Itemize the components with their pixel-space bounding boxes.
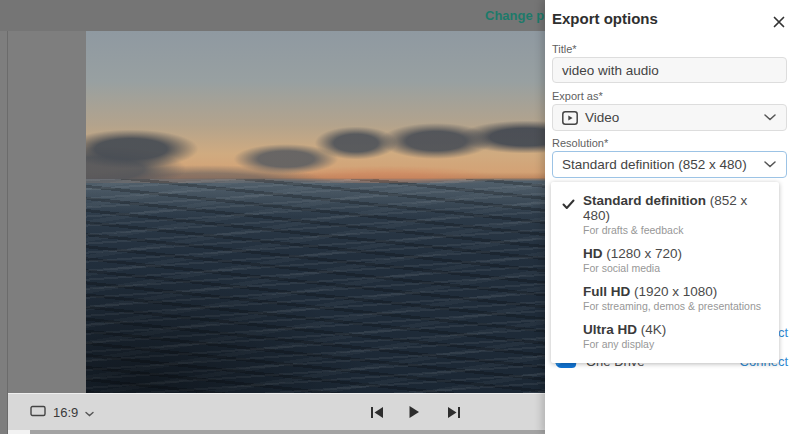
option-description: For any display — [583, 338, 771, 350]
video-ocean — [86, 179, 545, 393]
resolution-select[interactable]: Standard definition (852 x 480) — [552, 151, 787, 178]
panel-title: Export options — [552, 10, 658, 27]
timeline-strip — [8, 430, 545, 434]
aspect-ratio-icon — [30, 403, 46, 421]
skip-to-start-button[interactable] — [370, 394, 384, 430]
timeline-strip-corner — [8, 430, 30, 434]
option-name: Full HD — [583, 284, 630, 299]
resolution-dropdown: Standard definition (852 x 480) For draf… — [551, 182, 779, 363]
option-detail: (1280 x 720) — [606, 246, 682, 261]
left-divider — [7, 31, 8, 434]
aspect-ratio-selector[interactable]: 16:9 — [30, 394, 94, 430]
option-description: For drafts & feedback — [583, 224, 771, 236]
skip-to-end-button[interactable] — [447, 394, 461, 430]
export-as-field-label: Export as* — [552, 90, 603, 102]
option-description: For streaming, demos & presentations — [583, 300, 771, 312]
resolution-option-ultrahd[interactable]: Ultra HD (4K) For any display — [551, 317, 779, 355]
play-button[interactable] — [408, 394, 420, 430]
title-field-label: Title* — [552, 43, 577, 55]
option-name: HD — [583, 246, 603, 261]
option-detail: (1920 x 1080) — [634, 284, 717, 299]
option-name: Standard definition — [583, 193, 706, 208]
resolution-value: Standard definition (852 x 480) — [562, 157, 747, 172]
chevron-down-icon — [85, 403, 94, 421]
close-icon[interactable] — [770, 13, 788, 31]
player-control-bar: 16:9 — [8, 393, 545, 430]
chevron-down-icon — [764, 114, 776, 121]
aspect-ratio-value: 16:9 — [53, 405, 78, 420]
checkmark-icon — [562, 196, 575, 214]
resolution-field-label: Resolution* — [552, 137, 608, 149]
export-as-select[interactable]: Video — [552, 104, 787, 131]
video-editor-app: Change pla 16:9 Export options — [0, 0, 800, 434]
option-name: Ultra HD — [583, 322, 637, 337]
video-type-icon — [562, 111, 578, 125]
resolution-option-standard[interactable]: Standard definition (852 x 480) For draf… — [551, 188, 779, 241]
title-input[interactable]: video with audio — [552, 57, 787, 83]
export-as-value: Video — [585, 110, 619, 125]
video-sky-clouds — [86, 31, 545, 183]
chevron-down-icon — [764, 161, 776, 168]
resolution-option-hd[interactable]: HD (1280 x 720) For social media — [551, 241, 779, 279]
resolution-option-fullhd[interactable]: Full HD (1920 x 1080) For streaming, dem… — [551, 279, 779, 317]
option-detail: (4K) — [641, 322, 667, 337]
export-options-panel: Export options Title* video with audio E… — [545, 0, 800, 434]
title-input-value: video with audio — [553, 63, 659, 78]
option-description: For social media — [583, 262, 771, 274]
video-preview[interactable] — [86, 31, 545, 393]
